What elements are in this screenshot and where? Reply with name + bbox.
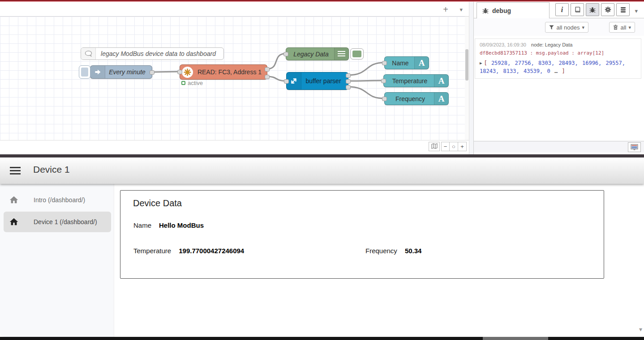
menu-hamburger-icon[interactable] — [10, 167, 21, 174]
screen: + ▾ legacy ModBus device data to dashboa… — [0, 0, 644, 340]
text-a-icon: A — [434, 75, 448, 87]
ui-text-node-name[interactable]: Name A — [384, 56, 429, 69]
modbus-input-port[interactable] — [177, 70, 182, 74]
sidebar-item-label: Intro (/dashboard/) — [34, 196, 85, 204]
debug-node[interactable]: Legacy Data — [286, 47, 349, 60]
canvas-vertical-scrollbar[interactable] — [465, 17, 469, 140]
debug-msg-path: df8ecbd817357113 : msg.payload : array[1… — [480, 50, 636, 56]
wire-inject-modbus — [153, 72, 179, 72]
inject-output-port[interactable] — [150, 70, 155, 75]
sidebar-splitter[interactable] — [469, 2, 474, 154]
buffer-parser-label: buffer parser — [301, 72, 345, 89]
wire-parser-name — [348, 63, 384, 75]
clear-messages-button[interactable]: all ▾ — [609, 22, 635, 33]
monitor-icon — [631, 144, 638, 151]
tab-debug-label: debug — [492, 7, 511, 14]
sidebar-item-intro[interactable]: Intro (/dashboard/) — [4, 190, 111, 210]
debug-tab-button[interactable] — [586, 3, 599, 16]
debug-payload[interactable]: ▶[ 25928, 27756, 8303, 28493, 16996, 295… — [480, 59, 636, 75]
debug-message[interactable]: 08/09/2023, 16:09:30 node: Legacy Data d… — [475, 38, 641, 79]
sidebar-menu-caret-icon[interactable]: ▾ — [632, 7, 640, 15]
speech-bubble-icon — [81, 48, 96, 60]
zoom-in-button[interactable]: + — [458, 142, 467, 151]
status-text: active — [188, 80, 203, 86]
wire-modbus-debug — [267, 54, 285, 69]
zoom-reset-button[interactable]: ○ — [450, 142, 458, 151]
status-ring-icon — [181, 81, 185, 85]
parser-input-port[interactable] — [284, 79, 289, 84]
add-flow-button[interactable]: + — [440, 4, 451, 15]
comment-label: legacy ModBus device data to dashboard — [96, 48, 221, 60]
config-tab-button[interactable] — [601, 3, 614, 16]
comment-node[interactable]: legacy ModBus device data to dashboard — [81, 47, 224, 60]
sidebar-header: debug i ▾ — [474, 2, 644, 18]
trash-icon — [613, 25, 618, 30]
info-tab-button[interactable]: i — [555, 3, 569, 16]
debug-toggle-fill — [352, 51, 361, 57]
filter-nodes-button[interactable]: all nodes ▾ — [545, 22, 588, 33]
page-title: Device 1 — [33, 164, 70, 175]
sidebar-item-device-1[interactable]: Device 1 (/dashboard/) — [4, 212, 111, 232]
inject-trigger-button[interactable] — [79, 65, 90, 79]
dashboard-window: Device 1 Intro (/dashboard/) Device 1 (/… — [0, 154, 644, 340]
taskbar-segment — [483, 337, 548, 340]
inject-node[interactable]: Every minute — [90, 65, 152, 79]
filter-nodes-label: all nodes — [556, 24, 580, 31]
field-temperature: Temperature 199.77000427246094 — [133, 247, 244, 255]
funnel-icon — [549, 25, 554, 30]
buffer-parser-node[interactable]: buffer parser — [286, 72, 348, 90]
flow-list-caret-icon[interactable]: ▾ — [457, 6, 465, 13]
debug-toolbar: all nodes ▾ all ▾ — [474, 18, 644, 36]
debug-timestamp: 08/09/2023, 16:09:30 — [480, 42, 526, 47]
debug-message-meta: 08/09/2023, 16:09:30 node: Legacy Data — [480, 42, 636, 47]
home-icon — [9, 217, 19, 227]
open-in-window-button[interactable] — [628, 142, 641, 152]
scrollbar-down-arrow-icon[interactable]: ▾ — [639, 326, 642, 333]
debug-node-label: Legacy Data — [289, 48, 333, 60]
ui-temperature-input-port[interactable] — [381, 79, 386, 83]
dashboard-header: Device 1 — [0, 157, 644, 184]
field-name: Name Hello ModBus — [133, 221, 204, 229]
field-label: Frequency — [365, 247, 397, 255]
sidebar-footer — [474, 141, 644, 153]
parser-output-port-2[interactable] — [346, 79, 351, 84]
field-value: 199.77000427246094 — [179, 247, 244, 255]
wire-modbus-parser — [267, 76, 286, 81]
zoom-out-button[interactable]: − — [441, 142, 450, 151]
field-value: 50.34 — [405, 247, 422, 255]
window-top-edge — [0, 154, 644, 157]
ui-name-input-port[interactable] — [382, 61, 387, 65]
help-tab-button[interactable] — [571, 3, 584, 16]
flow-canvas[interactable]: legacy ModBus device data to dashboard E… — [0, 17, 465, 140]
modbus-status: active — [181, 80, 203, 86]
navigator-button[interactable] — [429, 142, 440, 151]
tab-debug[interactable]: debug — [477, 2, 550, 18]
caret-down-icon: ▾ — [628, 25, 631, 30]
scrollbar-thumb[interactable] — [465, 49, 468, 81]
sidebar-item-label: Device 1 (/dashboard/) — [34, 218, 97, 225]
debug-toggle-button[interactable] — [350, 48, 364, 60]
modbus-read-node[interactable]: READ: FC3, Address 1 — [180, 64, 267, 80]
parser-output-port-3[interactable] — [346, 85, 351, 89]
parser-output-port-1[interactable] — [346, 73, 351, 78]
modbus-output-port-2[interactable] — [265, 75, 270, 79]
zoom-controls: − ○ + — [441, 142, 467, 151]
dashboard-sidebar: Intro (/dashboard/) Device 1 (/dashboard… — [0, 184, 114, 337]
field-value: Hello ModBus — [159, 221, 204, 229]
debug-source-node: node: Legacy Data — [531, 42, 572, 47]
text-a-icon: A — [434, 93, 448, 105]
book-icon — [574, 6, 581, 13]
ui-frequency-input-port[interactable] — [382, 97, 387, 101]
modbus-output-port-1[interactable] — [265, 67, 270, 72]
ui-text-node-frequency[interactable]: Frequency A — [384, 92, 449, 105]
clear-messages-label: all — [620, 24, 626, 31]
field-frequency: Frequency 50.34 — [365, 247, 421, 255]
context-tab-button[interactable] — [616, 3, 630, 16]
bug-icon — [482, 8, 489, 14]
debug-input-port[interactable] — [283, 52, 288, 56]
debug-sidebar: debug i ▾ all nodes ▾ — [474, 2, 644, 154]
inject-trigger-fill — [81, 68, 88, 76]
ui-frequency-label: Frequency — [387, 93, 433, 105]
ui-text-node-temperature[interactable]: Temperature A — [383, 74, 449, 87]
card-title: Device Data — [133, 198, 182, 208]
